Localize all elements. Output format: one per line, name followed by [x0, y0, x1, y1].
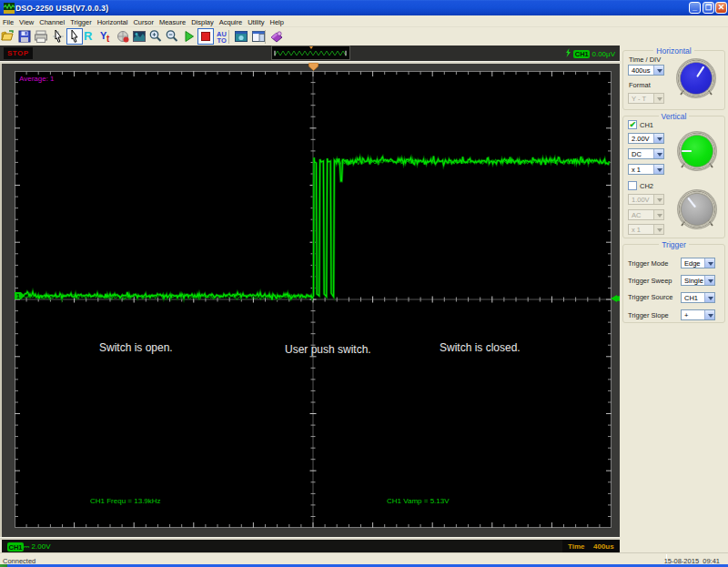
svg-text:1: 1 [16, 293, 20, 299]
svg-text:TO: TO [217, 36, 227, 44]
svg-text:t: t [106, 34, 110, 44]
